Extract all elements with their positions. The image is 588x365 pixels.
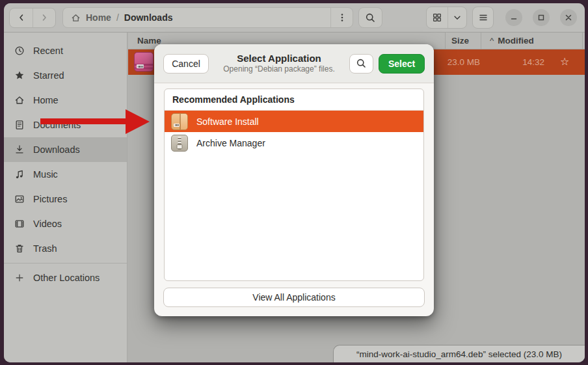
section-header: Recommended Applications (165, 89, 423, 111)
maximize-icon (537, 13, 546, 22)
sidebar-item-downloads[interactable]: Downloads (4, 137, 127, 162)
sidebar-item-recent[interactable]: Recent (4, 38, 127, 63)
column-divider (582, 33, 583, 49)
star-toggle-icon[interactable]: ☆ (560, 55, 569, 68)
grid-view-icon (432, 12, 442, 23)
document-icon (14, 120, 25, 130)
sidebar-item-label: Videos (33, 219, 62, 229)
sidebar-item-label: Other Locations (33, 273, 100, 283)
sidebar-item-label: Downloads (33, 144, 80, 155)
chevron-down-icon (453, 13, 462, 22)
chevron-left-icon (16, 12, 27, 23)
sidebar-item-other-locations[interactable]: Other Locations (4, 265, 127, 290)
column-divider (481, 33, 481, 49)
breadcrumb-current[interactable]: Downloads (124, 12, 173, 23)
music-note-icon (14, 169, 25, 180)
app-row-software-install[interactable]: Software Install (165, 111, 423, 132)
main-menu-button[interactable] (472, 7, 494, 29)
app-name: Software Install (196, 116, 259, 127)
breadcrumb-path: Home / Downloads (63, 12, 330, 23)
sidebar-item-starred[interactable]: Starred (4, 63, 127, 88)
search-button[interactable] (358, 7, 382, 28)
path-menu-button[interactable] (330, 8, 353, 27)
sidebar-item-label: Trash (33, 243, 57, 254)
sidebar-item-music[interactable]: Music (4, 162, 127, 187)
select-button[interactable]: Select (379, 54, 425, 74)
maximize-button[interactable] (533, 9, 550, 26)
app-name: Archive Manager (196, 138, 265, 148)
sidebar-item-label: Home (33, 95, 59, 105)
sidebar: Recent Starred Home Documents Downloads … (4, 33, 127, 362)
dialog-header: Cancel Select Application Opening “Debia… (154, 44, 434, 83)
view-options-button[interactable] (448, 7, 466, 28)
home-icon (14, 95, 25, 105)
status-text: “mind-work-ai-studio_arm64.deb” selected… (356, 349, 562, 359)
dialog-search-button[interactable] (349, 54, 373, 74)
trash-icon (14, 243, 25, 254)
back-button[interactable] (10, 8, 33, 27)
picture-icon (14, 194, 25, 204)
application-list: Recommended Applications Software Instal… (164, 88, 424, 281)
chevron-right-icon (39, 12, 49, 23)
view-toggle-group (426, 7, 467, 29)
dialog-subtitle: Opening “Debian package” files. (214, 64, 344, 74)
star-icon (14, 70, 25, 81)
clock-icon (14, 46, 25, 56)
archive-manager-icon (171, 135, 188, 152)
sort-ascending-icon: ^ (490, 36, 494, 46)
plus-icon (14, 273, 25, 283)
kebab-menu-icon (337, 12, 347, 23)
sidebar-item-pictures[interactable]: Pictures (4, 187, 127, 211)
breadcrumb[interactable]: Home / Downloads (62, 7, 353, 28)
video-icon (14, 219, 25, 229)
download-icon (14, 144, 25, 155)
home-icon (71, 13, 81, 23)
column-header-size[interactable]: Size (451, 36, 469, 46)
sidebar-item-trash[interactable]: Trash (4, 236, 127, 261)
column-divider (445, 33, 446, 49)
sidebar-item-label: Starred (33, 70, 64, 81)
file-modified-time: 14:32 (492, 57, 544, 67)
sidebar-divider (4, 263, 127, 264)
minimize-button[interactable] (505, 9, 522, 26)
software-install-icon (171, 113, 188, 130)
nav-button-group (9, 8, 56, 28)
dialog-title-block: Select Application Opening “Debian packa… (214, 53, 344, 75)
sidebar-item-label: Music (33, 169, 58, 180)
minimize-icon (509, 13, 518, 22)
cancel-button[interactable]: Cancel (163, 54, 209, 74)
dialog-title: Select Application (214, 53, 344, 65)
sidebar-item-videos[interactable]: Videos (4, 211, 127, 236)
column-header-name[interactable]: Name (137, 36, 161, 46)
view-all-applications-button[interactable]: View All Applications (163, 288, 425, 307)
status-bar: “mind-work-ai-studio_arm64.deb” selected… (333, 345, 585, 362)
sidebar-item-label: Recent (33, 46, 63, 56)
deb-package-icon (134, 52, 154, 72)
window-controls (505, 9, 577, 26)
search-icon (356, 58, 367, 69)
close-icon (564, 13, 573, 22)
sidebar-item-label: Pictures (33, 194, 67, 204)
grid-view-button[interactable] (427, 7, 448, 28)
select-application-dialog: Cancel Select Application Opening “Debia… (154, 44, 434, 316)
hamburger-menu-icon (478, 12, 488, 23)
breadcrumb-separator: / (116, 12, 119, 23)
annotation-arrow (40, 108, 151, 135)
forward-button[interactable] (33, 8, 55, 27)
breadcrumb-home[interactable]: Home (86, 12, 111, 23)
app-row-archive-manager[interactable]: Archive Manager (165, 132, 423, 154)
titlebar: Home / Downloads (4, 3, 585, 33)
column-header-modified[interactable]: ^Modified (490, 36, 534, 46)
close-button[interactable] (560, 9, 577, 26)
search-icon (365, 12, 376, 23)
